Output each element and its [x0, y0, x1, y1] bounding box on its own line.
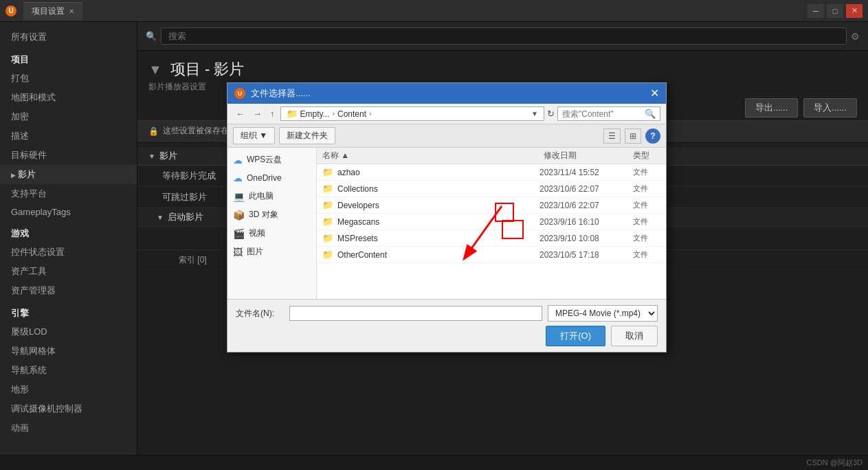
- dialog-search-input[interactable]: [562, 109, 642, 119]
- path-part-1: Empty...: [300, 109, 330, 119]
- col-type-header: 类型: [633, 150, 660, 161]
- filename-row: 文件名(N): MPEG-4 Movie (*.mp4): [236, 305, 658, 322]
- path-bar: 📁 Empty... › Content › ▼: [280, 107, 545, 121]
- search-box: 🔍: [557, 107, 660, 121]
- dialog-toolbar: ← → ↑ 📁 Empty... › Content › ▼ ↻ 🔍: [227, 104, 666, 124]
- folder-icon-mspresets: 📁: [322, 233, 333, 243]
- file-picker-dialog: U 文件选择器...... ✕ ← → ↑ 📁 Empty... › Conte…: [227, 82, 667, 352]
- sidebar-3d-objects[interactable]: 📦 3D 对象: [227, 205, 316, 224]
- file-row-collections[interactable]: 📁 Collections 2023/10/6 22:07 文件: [317, 181, 666, 197]
- onedrive-icon: ☁: [233, 172, 243, 183]
- filetype-select[interactable]: MPEG-4 Movie (*.mp4): [548, 305, 658, 322]
- folder-icon-developers: 📁: [322, 200, 333, 210]
- sidebar-videos[interactable]: 🎬 视频: [227, 224, 316, 243]
- file-row-mspresets[interactable]: 📁 MSPresets 2023/9/10 10:08 文件: [317, 230, 666, 247]
- dialog-close-btn[interactable]: ✕: [650, 88, 659, 99]
- wps-label: WPS云盘: [247, 154, 282, 166]
- col-date-header: 修改日期: [544, 150, 633, 161]
- pc-icon: 💻: [233, 191, 245, 202]
- path-sep-1: ›: [333, 110, 335, 118]
- dialog-overlay: U 文件选择器...... ✕ ← → ↑ 📁 Empty... › Conte…: [0, 0, 868, 470]
- file-row-othercontent[interactable]: 📁 OtherContent 2023/10/5 17:18 文件: [317, 247, 666, 263]
- organize-btn[interactable]: 组织 ▼: [233, 127, 275, 144]
- pc-label: 此电脑: [249, 190, 274, 202]
- dialog-body: ☁ WPS云盘 ☁ OneDrive 💻 此电脑 📦 3D 对象 🎬: [227, 148, 666, 299]
- video-label: 视频: [249, 227, 265, 239]
- folder-icon: 📁: [287, 109, 298, 119]
- path-part-2: Content: [337, 109, 366, 119]
- file-name-megascans: Megascans: [337, 217, 535, 227]
- 3d-icon: 📦: [233, 210, 245, 221]
- up-btn[interactable]: ↑: [267, 107, 278, 120]
- file-type-azhao: 文件: [633, 167, 660, 177]
- dialog-icon: U: [234, 88, 245, 99]
- refresh-btn[interactable]: ↻: [547, 109, 555, 119]
- dialog-actions-bar: 组织 ▼ 新建文件夹 ☰ ⊞ ?: [227, 124, 666, 148]
- cancel-btn[interactable]: 取消: [611, 326, 658, 346]
- file-list-header: 名称 ▲ 修改日期 类型: [317, 148, 666, 164]
- new-folder-btn[interactable]: 新建文件夹: [279, 127, 335, 144]
- folder-icon-collections: 📁: [322, 183, 333, 194]
- img-icon: 🖼: [233, 247, 243, 258]
- file-row-azhao[interactable]: 📁 azhao 2023/11/4 15:52 文件: [317, 164, 666, 181]
- search-glass-icon: 🔍: [645, 109, 656, 119]
- dialog-nav-sidebar: ☁ WPS云盘 ☁ OneDrive 💻 此电脑 📦 3D 对象 🎬: [227, 148, 317, 299]
- file-name-collections: Collections: [337, 184, 535, 194]
- file-date-mspresets: 2023/9/10 10:08: [539, 234, 629, 243]
- video-icon: 🎬: [233, 228, 245, 239]
- col-name-header: 名称 ▲: [322, 150, 544, 161]
- filename-input[interactable]: [289, 306, 542, 321]
- file-type-megascans: 文件: [633, 216, 660, 227]
- file-name-developers: Developers: [337, 201, 535, 210]
- folder-icon-megascans: 📁: [322, 216, 333, 227]
- view-list-btn[interactable]: ☰: [603, 128, 621, 144]
- file-date-collections: 2023/10/6 22:07: [539, 184, 629, 194]
- sidebar-this-pc[interactable]: 💻 此电脑: [227, 187, 316, 205]
- view-detail-btn[interactable]: ⊞: [625, 128, 641, 144]
- sidebar-pictures[interactable]: 🖼 图片: [227, 243, 316, 261]
- dialog-buttons: 打开(O) 取消: [236, 326, 658, 346]
- back-btn[interactable]: ←: [233, 107, 247, 120]
- file-area: 名称 ▲ 修改日期 类型 📁 azhao 2023/11/4 15:52 文件 …: [317, 148, 666, 299]
- img-label: 图片: [247, 246, 263, 258]
- help-btn[interactable]: ?: [645, 128, 660, 144]
- file-date-megascans: 2023/9/16 16:10: [539, 217, 629, 227]
- folder-icon-othercontent: 📁: [322, 249, 333, 260]
- dialog-titlebar: U 文件选择器...... ✕: [227, 83, 666, 104]
- file-type-othercontent: 文件: [633, 249, 660, 260]
- file-date-azhao: 2023/11/4 15:52: [539, 168, 629, 177]
- file-type-developers: 文件: [633, 200, 660, 210]
- file-type-collections: 文件: [633, 183, 660, 194]
- file-row-megascans[interactable]: 📁 Megascans 2023/9/16 16:10 文件: [317, 214, 666, 230]
- file-type-mspresets: 文件: [633, 233, 660, 243]
- fwd-btn[interactable]: →: [250, 107, 265, 120]
- file-name-mspresets: MSPresets: [337, 234, 535, 243]
- open-btn[interactable]: 打开(O): [546, 326, 605, 346]
- wps-icon: ☁: [233, 155, 243, 166]
- file-row-developers[interactable]: 📁 Developers 2023/10/6 22:07 文件: [317, 197, 666, 214]
- file-name-othercontent: OtherContent: [337, 250, 535, 260]
- dialog-title: 文件选择器......: [251, 87, 311, 100]
- dialog-footer: 文件名(N): MPEG-4 Movie (*.mp4) 打开(O) 取消: [227, 299, 666, 352]
- file-date-othercontent: 2023/10/5 17:18: [539, 250, 629, 260]
- path-dropdown-btn[interactable]: ▼: [531, 110, 538, 118]
- file-name-azhao: azhao: [337, 168, 535, 177]
- folder-icon-azhao: 📁: [322, 167, 333, 177]
- filename-label: 文件名(N):: [236, 308, 284, 320]
- sidebar-onedrive[interactable]: ☁ OneDrive: [227, 169, 316, 187]
- sidebar-wps[interactable]: ☁ WPS云盘: [227, 150, 316, 169]
- path-sep-2: ›: [369, 110, 371, 118]
- file-date-developers: 2023/10/6 22:07: [539, 201, 629, 210]
- 3d-label: 3D 对象: [249, 209, 278, 221]
- onedrive-label: OneDrive: [247, 173, 282, 183]
